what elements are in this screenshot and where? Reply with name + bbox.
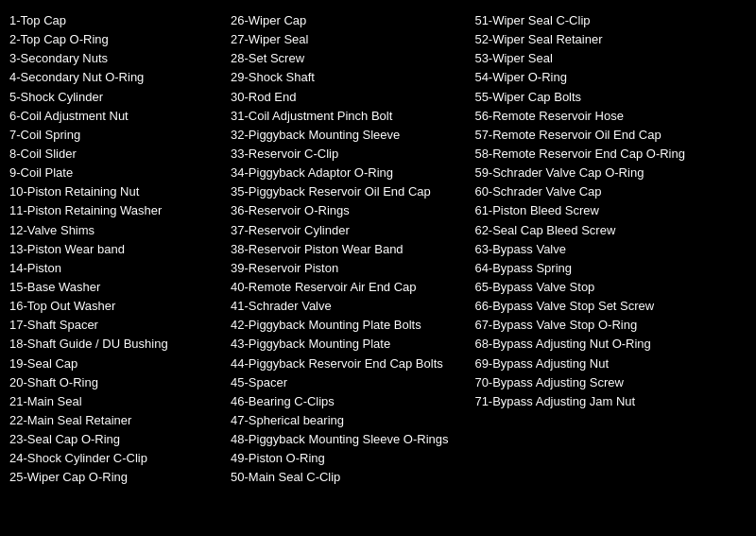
list-item: 65-Bypass Valve Stop [474,278,737,297]
list-item: 5-Shock Cylinder [9,88,221,107]
list-item: 46-Bearing C-Clips [231,392,465,411]
list-item: 61-Piston Bleed Screw [474,201,737,220]
list-item: 22-Main Seal Retainer [9,411,221,430]
list-item: 12-Valve Shims [9,221,221,240]
list-item: 24-Shock Cylinder C-Clip [9,449,221,468]
list-item: 39-Reservoir Piston [231,259,465,278]
list-item: 68-Bypass Adjusting Nut O-Ring [474,335,737,354]
list-item: 19-Seal Cap [9,354,221,373]
list-item: 3-Secondary Nuts [9,49,221,68]
list-item: 16-Top Out Washer [9,297,221,316]
list-item: 45-Spacer [231,373,465,392]
list-item: 34-Piggyback Adaptor O-Ring [231,164,465,182]
list-item: 10-Piston Retaining Nut [9,182,221,201]
list-item: 4-Secondary Nut O-Ring [9,68,221,87]
list-item: 17-Shaft Spacer [9,316,221,335]
list-item: 27-Wiper Seal [231,30,465,49]
list-item: 38-Reservoir Piston Wear Band [231,240,465,259]
list-item: 15-Base Washer [9,278,221,297]
list-item: 55-Wiper Cap Bolts [474,88,737,107]
list-item: 62-Seal Cap Bleed Screw [474,221,737,240]
list-item: 49-Piston O-Ring [231,449,465,468]
list-item: 29-Shock Shaft [231,68,465,87]
list-item: 50-Main Seal C-Clip [231,468,465,487]
list-item: 71-Bypass Adjusting Jam Nut [474,392,737,411]
list-item: 43-Piggyback Mounting Plate [231,335,465,354]
list-item: 69-Bypass Adjusting Nut [474,354,737,373]
list-item: 57-Remote Reservoir Oil End Cap [474,126,737,145]
list-item: 20-Shaft O-Ring [9,373,221,392]
parts-list: 1-Top Cap2-Top Cap O-Ring3-Secondary Nut… [9,11,747,488]
list-item: 33-Reservoir C-Clip [231,145,465,164]
list-item: 58-Remote Reservoir End Cap O-Ring [474,145,737,164]
list-item: 2-Top Cap O-Ring [9,30,221,49]
list-item: 52-Wiper Seal Retainer [474,30,737,49]
list-item: 37-Reservoir Cylinder [231,221,465,240]
list-item: 7-Coil Spring [9,126,221,145]
list-item: 47-Spherical bearing [231,411,465,430]
list-item: 42-Piggyback Mounting Plate Bolts [231,316,465,335]
list-item: 56-Remote Reservoir Hose [474,107,737,126]
list-item: 40-Remote Reservoir Air End Cap [231,278,465,297]
list-item: 18-Shaft Guide / DU Bushing [9,335,221,354]
list-item: 53-Wiper Seal [474,49,737,68]
list-item: 36-Reservoir O-Rings [231,201,465,220]
list-item: 13-Piston Wear band [9,240,221,259]
list-item: 48-Piggyback Mounting Sleeve O-Rings [231,430,465,449]
list-item: 8-Coil Slider [9,145,221,164]
list-item: 44-Piggyback Reservoir End Cap Bolts [231,354,465,373]
list-item: 66-Bypass Valve Stop Set Screw [474,297,737,316]
list-item: 14-Piston [9,259,221,278]
list-item: 59-Schrader Valve Cap O-Ring [474,164,737,182]
list-item: 21-Main Seal [9,392,221,411]
list-item: 35-Piggyback Reservoir Oil End Cap [231,182,465,201]
list-item: 54-Wiper O-Ring [474,68,737,87]
column-3: 51-Wiper Seal C-Clip52-Wiper Seal Retain… [474,11,747,488]
list-item: 28-Set Screw [231,49,465,68]
column-2: 26-Wiper Cap27-Wiper Seal28-Set Screw29-… [231,11,474,488]
column-1: 1-Top Cap2-Top Cap O-Ring3-Secondary Nut… [9,11,231,488]
list-item: 70-Bypass Adjusting Screw [474,373,737,392]
list-item: 51-Wiper Seal C-Clip [474,11,737,30]
list-item: 64-Bypass Spring [474,259,737,278]
list-item: 63-Bypass Valve [474,240,737,259]
list-item: 25-Wiper Cap O-Ring [9,468,221,487]
list-item: 6-Coil Adjustment Nut [9,107,221,126]
list-item: 11-Piston Retaining Washer [9,201,221,220]
list-item: 26-Wiper Cap [231,11,465,30]
list-item: 31-Coil Adjustment Pinch Bolt [231,107,465,126]
list-item: 60-Schrader Valve Cap [474,182,737,201]
list-item: 32-Piggyback Mounting Sleeve [231,126,465,145]
list-item: 67-Bypass Valve Stop O-Ring [474,316,737,335]
list-item: 41-Schrader Valve [231,297,465,316]
list-item: 1-Top Cap [9,11,221,30]
list-item: 9-Coil Plate [9,164,221,182]
list-item: 23-Seal Cap O-Ring [9,430,221,449]
list-item: 30-Rod End [231,88,465,107]
